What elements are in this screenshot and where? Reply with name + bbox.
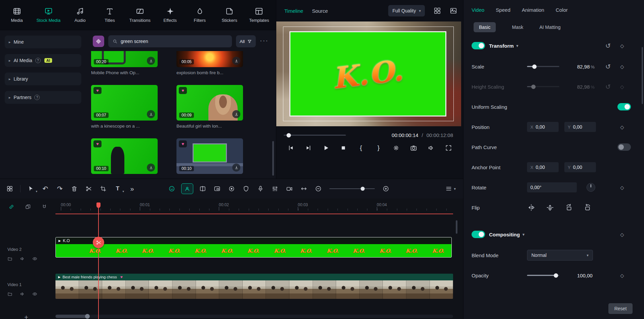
height-scaling-slider[interactable] xyxy=(527,86,559,87)
reset-transform-icon[interactable]: ↺ xyxy=(605,43,611,49)
tab-source[interactable]: Source xyxy=(312,8,328,14)
properties-scrollbar[interactable] xyxy=(642,47,643,104)
track-view-options[interactable]: ▾ xyxy=(445,185,463,192)
delete-button[interactable] xyxy=(69,184,79,194)
scopes-icon[interactable] xyxy=(450,7,457,14)
sidebar-item-library[interactable]: ▸ Library xyxy=(5,73,81,85)
tab-effects[interactable]: Effects xyxy=(160,7,180,23)
keyframe-diamond-icon[interactable]: ◇ xyxy=(620,64,624,69)
download-button[interactable] xyxy=(232,110,240,118)
position-x-field[interactable]: X0,00 xyxy=(527,122,559,132)
scrollbar-thumb[interactable] xyxy=(55,315,87,318)
split-screen-button[interactable] xyxy=(198,184,208,194)
tab-filters[interactable]: Filters xyxy=(190,7,210,23)
media-scrollbar[interactable] xyxy=(272,141,274,176)
transform-toggle[interactable] xyxy=(472,42,485,49)
volume-button[interactable] xyxy=(427,143,436,152)
playhead-cut-button[interactable] xyxy=(93,237,104,248)
timeline-vertical-scrollbar[interactable] xyxy=(456,220,457,234)
keyframe-diamond-icon[interactable]: ◇ xyxy=(620,125,624,130)
tab-stock-media[interactable]: Stock Media xyxy=(36,7,61,23)
rotate-ccw-icon[interactable] xyxy=(583,203,592,212)
tab-color[interactable]: Color xyxy=(556,7,568,13)
clip-video2-ko[interactable]: ▶ K.O K.O.K.O.K.O.K.O.K.O.K.O.K.O.K.O.K.… xyxy=(55,237,452,258)
position-y-field[interactable]: Y0,00 xyxy=(564,122,596,132)
chroma-key-button[interactable] xyxy=(181,183,193,194)
path-curve-toggle[interactable] xyxy=(617,143,631,151)
text-tool-button[interactable]: T▾ xyxy=(113,184,123,194)
tab-timeline[interactable]: Timeline xyxy=(284,8,303,14)
green-screen-clip[interactable]: K.O. xyxy=(289,31,446,117)
magnet-icon[interactable] xyxy=(41,204,47,210)
flip-horizontal-icon[interactable] xyxy=(527,203,535,212)
playhead-handle[interactable] xyxy=(96,202,100,208)
play-button[interactable] xyxy=(321,143,330,152)
zoom-knob[interactable] xyxy=(361,187,365,191)
keyframe-diamond-icon[interactable]: ◇ xyxy=(620,273,624,278)
tab-animation[interactable]: Animation xyxy=(522,7,544,13)
height-scaling-knob[interactable] xyxy=(531,85,536,89)
media-item[interactable]: 00:05 explosion bomb fire b... xyxy=(176,51,243,76)
media-item[interactable]: ♥ 00:10 xyxy=(176,138,243,179)
reset-height-icon[interactable]: ↺ xyxy=(605,84,611,90)
next-frame-button[interactable] xyxy=(304,143,313,152)
flip-vertical-icon[interactable] xyxy=(546,203,554,212)
seek-bar[interactable] xyxy=(284,135,346,136)
quality-dropdown[interactable]: Full Quality ▾ xyxy=(388,5,425,16)
pip-overlay-button[interactable] xyxy=(212,184,222,194)
compositing-toggle[interactable] xyxy=(472,231,485,238)
search-box[interactable] xyxy=(108,35,232,47)
add-track-button[interactable]: + xyxy=(24,313,28,319)
rotate-dial-icon[interactable] xyxy=(587,183,595,192)
crop-button[interactable] xyxy=(98,184,108,194)
zoom-out-button[interactable] xyxy=(313,184,323,194)
anchor-y-field[interactable]: Y0,00 xyxy=(564,162,596,172)
mark-out-button[interactable]: } xyxy=(374,143,383,152)
keyframe-diamond-icon[interactable]: ◇ xyxy=(620,43,624,48)
stop-button[interactable] xyxy=(339,143,348,152)
folder-icon[interactable] xyxy=(7,256,12,261)
sidebar-item-partners[interactable]: ▸ Partners ? xyxy=(5,91,81,104)
record-button[interactable] xyxy=(227,184,237,194)
rotate-cw-icon[interactable] xyxy=(565,203,573,212)
tab-stickers[interactable]: Stickers xyxy=(219,7,240,23)
blend-mode-dropdown[interactable]: Normal▾ xyxy=(527,250,593,261)
scrollbar-knob[interactable] xyxy=(85,314,90,319)
link-icon[interactable] xyxy=(8,204,14,210)
zoom-in-button[interactable] xyxy=(381,184,391,194)
shield-tool-button[interactable] xyxy=(241,184,251,194)
sidebar-item-mine[interactable]: ▸ Mine xyxy=(5,36,81,48)
timeline-zoom-slider[interactable] xyxy=(329,188,375,189)
uniform-scaling-toggle[interactable] xyxy=(617,103,631,110)
auto-ripple-button[interactable] xyxy=(299,184,309,194)
keyframe-diamond-icon[interactable]: ◇ xyxy=(620,84,624,89)
more-options-button[interactable]: ··· xyxy=(260,37,271,46)
layout-grid-icon[interactable] xyxy=(434,7,441,14)
keyframe-diamond-icon[interactable]: ◇ xyxy=(620,185,624,190)
subtab-basic[interactable]: Basic xyxy=(474,22,496,32)
timeline-horizontal-scrollbar[interactable] xyxy=(55,315,453,318)
download-button[interactable] xyxy=(147,164,155,172)
tab-video[interactable]: Video xyxy=(472,7,484,13)
subtab-mask[interactable]: Mask xyxy=(512,25,523,30)
more-tools-button[interactable]: » xyxy=(127,184,137,194)
download-button[interactable] xyxy=(232,164,240,172)
reset-button[interactable]: Reset xyxy=(608,303,633,314)
eye-icon[interactable] xyxy=(32,256,37,261)
help-icon[interactable]: ? xyxy=(34,95,40,100)
clip-video1-chess[interactable]: ▶ Best male friends playing chess ♥ xyxy=(55,274,453,299)
download-button[interactable] xyxy=(147,110,155,118)
undo-button[interactable]: ↶ xyxy=(40,184,50,194)
sidebar-item-ai-media[interactable]: ▸ AI Media ? AI xyxy=(5,54,81,67)
split-clip-button[interactable] xyxy=(84,184,94,194)
scale-knob[interactable] xyxy=(532,64,537,69)
scale-slider[interactable] xyxy=(527,66,559,67)
mute-track-icon[interactable] xyxy=(20,256,25,261)
anchor-x-field[interactable]: X0,00 xyxy=(527,162,559,172)
voiceover-button[interactable] xyxy=(255,184,266,194)
media-item[interactable]: ♥ 00:09 Beautiful girl with lon... xyxy=(176,85,243,130)
tab-speed[interactable]: Speed xyxy=(496,7,510,13)
mark-in-button[interactable]: { xyxy=(357,143,365,152)
tab-media[interactable]: Media xyxy=(7,7,27,23)
download-button[interactable] xyxy=(232,57,240,65)
